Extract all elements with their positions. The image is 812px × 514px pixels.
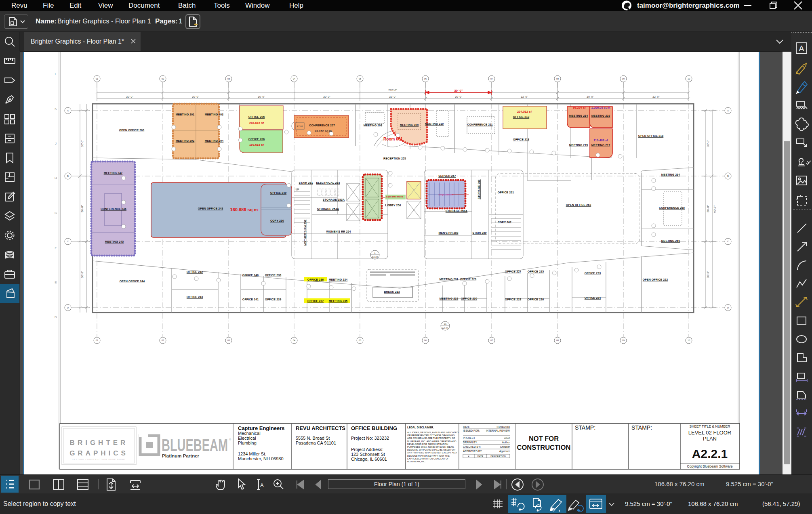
svg-text:G: G — [55, 211, 57, 215]
svg-text:B: B — [67, 175, 69, 177]
svg-text:Pasadena CA 91101: Pasadena CA 91101 — [296, 441, 336, 445]
svg-text:Approver: Approver — [499, 450, 510, 453]
svg-text:30'-0": 30'-0" — [455, 95, 462, 98]
svg-text:OFFICE 249: OFFICE 249 — [270, 191, 286, 194]
svg-text:30'-0": 30'-0" — [587, 95, 594, 98]
svg-text:Platinum Partner: Platinum Partner — [162, 453, 200, 458]
svg-text:03: 03 — [227, 339, 230, 342]
svg-text:OPEN OFFICE 218: OPEN OFFICE 218 — [638, 134, 664, 137]
svg-text:BRIGHTER: BRIGHTER — [70, 439, 128, 447]
svg-text:Chicago, IL 60601: Chicago, IL 60601 — [351, 457, 387, 462]
svg-text:204.512 sf: 204.512 sf — [517, 110, 532, 113]
svg-text:GRAPHICS: GRAPHICS — [69, 449, 128, 457]
svg-text:1234 Miller St.: 1234 Miller St. — [238, 451, 266, 456]
svg-text:MEETING 201: MEETING 201 — [176, 113, 195, 116]
svg-text:OFFICE 223: OFFICE 223 — [585, 272, 601, 275]
svg-text:30'-0": 30'-0" — [454, 89, 463, 92]
svg-text:OFFICE 213: OFFICE 213 — [513, 138, 529, 141]
svg-text:123 Schonsett St: 123 Schonsett St — [351, 452, 385, 457]
svg-text:ELECTRICAL 253: ELECTRICAL 253 — [316, 181, 340, 184]
svg-text:BREAK 233: BREAK 233 — [384, 290, 400, 293]
svg-text:INTERNAL REVIEW: INTERNAL REVIEW — [486, 429, 510, 432]
svg-text:08: 08 — [556, 339, 559, 342]
svg-text:D: D — [727, 306, 729, 309]
svg-text:ANY PURPOSE WHATSOEVER EXCEPT: ANY PURPOSE WHATSOEVER EXCEPT AS A — [407, 451, 457, 454]
svg-text:COPY 250: COPY 250 — [270, 219, 284, 222]
svg-text:OFFICE 225: OFFICE 225 — [528, 270, 544, 273]
svg-text:MEETING 264: MEETING 264 — [661, 173, 680, 176]
svg-text:MEETING 203: MEETING 203 — [205, 113, 224, 116]
svg-text:®: ® — [229, 438, 231, 441]
svg-text:07: 07 — [490, 78, 493, 80]
svg-text:MEETING 204: MEETING 204 — [205, 139, 224, 142]
svg-text:LEGAL DISCLAIMER:: LEGAL DISCLAIMER: — [407, 426, 434, 429]
svg-text:Split into three: Split into three — [386, 195, 404, 198]
svg-text:DEMONSTRATION SET WITHOUT THE: DEMONSTRATION SET WITHOUT THE — [407, 455, 450, 457]
svg-text:1,206.05 cu ft: 1,206.05 cu ft — [591, 106, 610, 109]
svg-text:D: D — [55, 315, 57, 319]
svg-text:DATE: DATE — [478, 455, 484, 457]
svg-text:05: 05 — [359, 339, 361, 342]
svg-text:MEETING 234: MEETING 234 — [329, 278, 348, 281]
svg-text:Checker: Checker — [500, 445, 510, 448]
svg-text:OFFICE 240: OFFICE 240 — [242, 274, 259, 277]
svg-text:MEETING 245: MEETING 245 — [105, 240, 124, 243]
svg-text:SERVER 257: SERVER 257 — [438, 174, 456, 177]
svg-text:Plumbing: Plumbing — [238, 441, 257, 445]
svg-text:MEETING 210: MEETING 210 — [425, 122, 444, 125]
svg-text:A2.2.1: A2.2.1 — [692, 447, 728, 460]
svg-text:CONFERENCE 211: CONFERENCE 211 — [467, 123, 493, 126]
svg-text:OFFICE 227: OFFICE 227 — [505, 270, 521, 273]
svg-text:OFFICE 230: OFFICE 230 — [461, 297, 477, 300]
svg-text:MEETING 209: MEETING 209 — [400, 124, 419, 126]
svg-text:30'-0": 30'-0" — [707, 140, 709, 147]
svg-text:DESCRIPTION: DESCRIPTION — [490, 455, 506, 457]
svg-text:Room 001: Room 001 — [383, 137, 403, 141]
svg-text:PLAN: PLAN — [703, 436, 717, 442]
svg-text:E: E — [55, 281, 57, 284]
svg-text:30'-0": 30'-0" — [707, 271, 709, 278]
svg-text:OFFICE 239: OFFICE 239 — [265, 298, 281, 301]
svg-text:MOTHER'S RM 252: MOTHER'S RM 252 — [304, 220, 307, 246]
svg-text:A7.01: A7.01 — [297, 125, 303, 128]
svg-text:MEETING 215: MEETING 215 — [569, 144, 588, 147]
svg-text:UP: UP — [296, 188, 299, 191]
svg-text:ALL IDEAS, DESIGNS, AND PLANS: ALL IDEAS, DESIGNS, AND PLANS INDICATED — [407, 431, 459, 434]
svg-text:MEETING 208: MEETING 208 — [364, 124, 383, 127]
svg-text:MEETING 202: MEETING 202 — [176, 139, 195, 142]
svg-text:204.616 sf: 204.616 sf — [249, 121, 264, 125]
svg-text:MEETING 266: MEETING 266 — [661, 239, 680, 242]
svg-text:ARE OWNED AND ARE THE PROPERTY: ARE OWNED AND ARE THE PROPERTY OF — [407, 437, 455, 439]
svg-text:LOBBY 256: LOBBY 256 — [385, 204, 401, 207]
svg-text:01: 01 — [444, 323, 447, 325]
svg-text:01: 01 — [96, 78, 98, 80]
svg-text:STORAGE 254A: STORAGE 254A — [317, 208, 339, 210]
svg-text:32'-0": 32'-0" — [389, 95, 396, 98]
svg-text:SHEET TITLE & NUMBER: SHEET TITLE & NUMBER — [690, 424, 730, 428]
svg-text:09: 09 — [622, 78, 625, 80]
svg-text:99.254 sf: 99.254 sf — [573, 106, 586, 109]
svg-text:3232: 3232 — [504, 436, 510, 439]
svg-text:PROJECT: PROJECT — [463, 436, 475, 439]
svg-text:Mechanical: Mechanical — [238, 431, 261, 436]
svg-text:32'-0": 32'-0" — [521, 95, 528, 98]
svg-text:A6.01: A6.01 — [442, 327, 448, 329]
svg-text:CONFERENCE 207: CONFERENCE 207 — [309, 124, 335, 127]
svg-text:OPEN OFFICE 263: OPEN OFFICE 263 — [566, 204, 591, 206]
svg-text:MEETING 232: MEETING 232 — [440, 297, 459, 300]
svg-text:MEETING 231: MEETING 231 — [440, 278, 459, 281]
svg-text:03/04/2018: 03/04/2018 — [496, 426, 510, 428]
svg-text:RECEPTION 255: RECEPTION 255 — [383, 157, 406, 160]
svg-text:30'-0": 30'-0" — [323, 95, 330, 98]
svg-text:OFFICE 224: OFFICE 224 — [585, 296, 601, 299]
svg-text:04: 04 — [293, 339, 295, 342]
svg-text:270'-0": 270'-0" — [388, 89, 397, 92]
svg-text:H: H — [55, 176, 57, 180]
svg-text:05: 05 — [359, 78, 361, 80]
svg-text:MEETING 247: MEETING 247 — [104, 172, 123, 174]
svg-text:GETTING CONSTRUCTION DONE RIGH: GETTING CONSTRUCTION DONE RIGHT — [72, 459, 126, 461]
svg-text:OPEN OFFICE 244: OPEN OFFICE 244 — [120, 280, 145, 283]
svg-text:08: 08 — [556, 78, 559, 80]
svg-text:30'-0": 30'-0" — [126, 95, 133, 98]
svg-text:OFFICE 205: OFFICE 205 — [248, 115, 265, 118]
